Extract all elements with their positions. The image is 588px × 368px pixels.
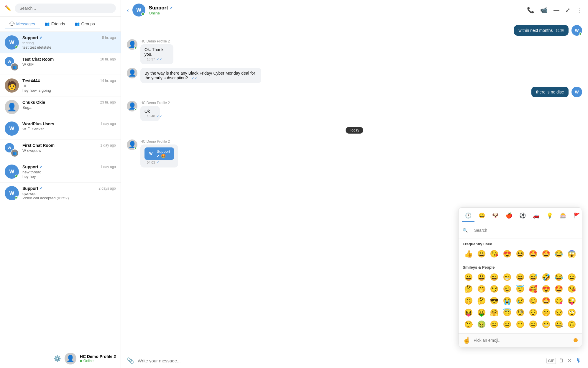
emoji-item[interactable]: 😂 <box>553 249 565 259</box>
emoji-item[interactable]: 😘 <box>566 284 578 294</box>
emoji-item[interactable]: 😍 <box>501 249 513 259</box>
list-item[interactable]: W Support ✔ 2 days ago qwewqe Video call… <box>0 183 121 204</box>
emoji-item[interactable]: 😊 <box>501 284 513 294</box>
emoji-item[interactable]: 😌 <box>527 307 539 318</box>
emoji-item[interactable]: 😝 <box>463 307 474 318</box>
emoji-item[interactable]: 🤫 <box>540 307 552 318</box>
emoji-item[interactable]: 😇 <box>514 284 526 294</box>
emoji-item[interactable]: 😐 <box>501 319 513 330</box>
search-input[interactable] <box>15 4 116 13</box>
emoji-item[interactable]: 😄 <box>489 272 500 282</box>
list-item[interactable]: 👤 Chuks Okie 23 hr. ago Buga <box>0 96 121 118</box>
emoji-item[interactable]: 👍 <box>463 249 474 259</box>
emoji-tab-food[interactable]: 🍎 <box>503 210 515 222</box>
cancel-button[interactable]: ✕ <box>567 357 572 364</box>
tab-friends[interactable]: 👥 Friends <box>40 19 70 29</box>
chat-header: ‹ W Support ✔ Online 📞 📹 — ⤢ ⋮ <box>121 0 588 20</box>
video-icon[interactable]: 📹 <box>540 6 548 14</box>
emoji-tab-objects[interactable]: 💡 <box>543 210 556 222</box>
mic-button[interactable]: 🎙 <box>576 357 582 364</box>
emoji-item[interactable]: 😅 <box>527 272 539 282</box>
emoji-item[interactable]: 😘 <box>489 249 500 259</box>
emoji-item[interactable]: 😶 <box>514 319 526 330</box>
phone-icon[interactable]: 📞 <box>527 6 534 14</box>
emoji-item[interactable]: 😑 <box>527 319 539 330</box>
list-item[interactable]: W WordPlus Users 1 day ago W 🗒 Sticker <box>0 118 121 139</box>
emoji-item[interactable]: 😎 <box>489 295 500 306</box>
emoji-item[interactable]: 😑 <box>489 319 500 330</box>
emoji-item[interactable]: 🤩 <box>553 284 565 294</box>
emoji-item[interactable]: 😂 <box>553 272 565 282</box>
emoji-item[interactable]: 🤣 <box>540 272 552 282</box>
emoji-item[interactable]: 😢 <box>514 295 526 306</box>
edit-icon[interactable]: ✏️ <box>5 5 11 12</box>
attach-icon[interactable]: 📎 <box>127 357 134 364</box>
emoji-tab-flags[interactable]: 🚩 <box>571 210 582 222</box>
emoji-search-input[interactable] <box>470 225 578 236</box>
emoji-item[interactable]: 😏 <box>489 284 500 294</box>
emoji-item[interactable]: 🤫 <box>463 295 474 306</box>
emoji-item[interactable]: 🤥 <box>463 319 474 330</box>
emoji-tab-symbols[interactable]: 🎰 <box>557 210 569 222</box>
list-item[interactable]: W 👥 First Chat Room 1 day ago W ewqeqw <box>0 139 121 161</box>
chat-time: 2 days ago <box>98 186 116 190</box>
emoji-item[interactable]: 🤢 <box>476 319 487 330</box>
emoji-item[interactable]: 🙄 <box>566 307 578 318</box>
message-content: HC Demo Profile 2 Ok 16:40 ✓✓ <box>140 101 173 121</box>
emoji-item[interactable]: 🤩 <box>540 295 552 306</box>
emoji-color-dot[interactable] <box>574 338 578 342</box>
header-name: Support ✔ <box>149 5 523 11</box>
emoji-item[interactable]: 🤩 <box>540 249 552 259</box>
emoji-item[interactable]: 😊 <box>527 295 539 306</box>
list-item[interactable]: W Support ✔ 5 hr. ago testing test test … <box>0 32 121 53</box>
emoji-item[interactable]: 🤔 <box>476 295 487 306</box>
chat-time: 5 hr. ago <box>102 36 116 40</box>
gear-icon[interactable]: ⚙️ <box>54 355 61 362</box>
emoji-item[interactable]: 🤗 <box>489 307 500 318</box>
emoji-item[interactable]: 😱 <box>566 249 578 259</box>
emoji-item[interactable]: 😆 <box>514 272 526 282</box>
emoji-item[interactable]: 😒 <box>553 307 565 318</box>
emoji-item[interactable]: 😇 <box>501 307 513 318</box>
emoji-item[interactable]: 😜 <box>566 295 578 306</box>
list-item[interactable]: W 👥 Test Chat Room 10 hr. ago W GIF <box>0 53 121 75</box>
emoji-item[interactable]: 😃 <box>476 272 487 282</box>
minimize-icon[interactable]: — <box>553 7 559 14</box>
back-button[interactable]: ‹ <box>127 7 129 14</box>
emoji-item[interactable]: 😭 <box>501 295 513 306</box>
gif-button[interactable]: GIF <box>546 358 556 364</box>
emoji-item[interactable]: 🤐 <box>553 319 565 330</box>
emoji-footer-input[interactable] <box>474 338 571 343</box>
expand-icon[interactable]: ⤢ <box>565 6 570 14</box>
emoji-tab-recent[interactable]: 🕐 <box>462 210 474 222</box>
emoji-item[interactable]: 😋 <box>553 295 565 306</box>
sticker-button[interactable]: 🗒 <box>559 358 564 364</box>
list-item[interactable]: W Support ✔ 1 day ago new thread hey hey <box>0 161 121 183</box>
list-item[interactable]: 🧑 Test4444 14 hr. ago Hi hey how is goin… <box>0 75 121 96</box>
emoji-item[interactable]: 🧐 <box>514 307 526 318</box>
emoji-item[interactable]: 🥰 <box>527 284 539 294</box>
message-input[interactable] <box>138 358 543 363</box>
message-content: HC Demo Profile 2 W Support ✔ 🤩 04:03 ✓ <box>140 139 203 167</box>
emoji-item[interactable]: 😬 <box>540 319 552 330</box>
emoji-item[interactable]: 😐 <box>566 272 578 282</box>
more-icon[interactable]: ⋮ <box>576 6 582 14</box>
emoji-item[interactable]: 😀 <box>476 249 487 259</box>
emoji-tab-sports[interactable]: ⚽ <box>516 210 529 222</box>
emoji-item[interactable]: 😁 <box>501 272 513 282</box>
emoji-item[interactable]: 🤑 <box>476 307 487 318</box>
emoji-tab-animals[interactable]: 🐶 <box>489 210 502 222</box>
emoji-item[interactable]: 😀 <box>463 272 474 282</box>
emoji-item[interactable]: 🙃 <box>566 319 578 330</box>
emoji-item[interactable]: 🤭 <box>476 284 487 294</box>
tab-messages[interactable]: 💬 Messages <box>5 19 40 29</box>
emoji-item[interactable]: 😍 <box>540 284 552 294</box>
emoji-tab-smileys[interactable]: 😀 <box>476 210 488 222</box>
emoji-item[interactable]: 😆 <box>514 249 526 259</box>
emoji-item[interactable]: 🤔 <box>463 284 474 294</box>
chat-info: First Chat Room 1 day ago W ewqeqw <box>22 143 116 153</box>
emoji-tab-travel[interactable]: 🚗 <box>530 210 542 222</box>
tab-groups[interactable]: 👥 Groups <box>70 19 100 29</box>
online-indicator <box>579 32 582 35</box>
emoji-item[interactable]: 🤩 <box>527 249 539 259</box>
